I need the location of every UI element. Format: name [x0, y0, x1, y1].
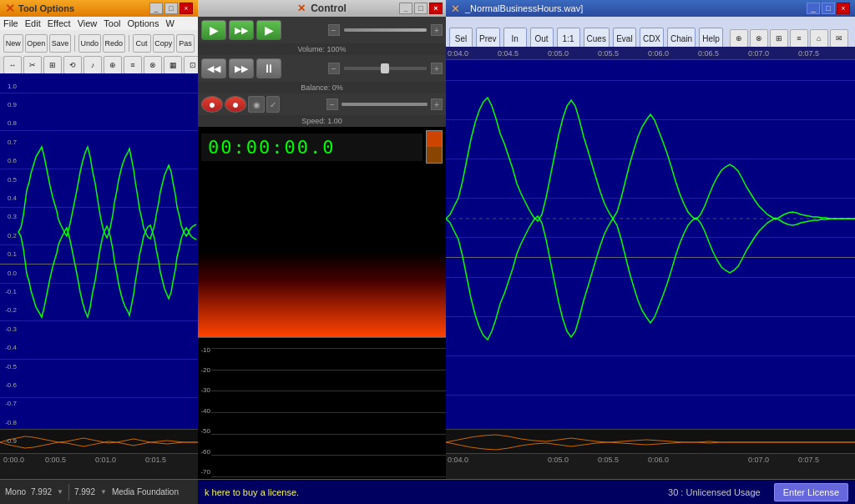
right-titlebar: ✕ _NormalBusinessHours.wav] _ □ ×	[446, 0, 855, 17]
speed-row: Speed: 1.00	[198, 115, 446, 127]
extra-tool-4[interactable]: ≡	[790, 29, 808, 48]
speed-label: Speed: 1.00	[201, 117, 443, 125]
right-waveform	[446, 60, 855, 454]
y-label-n09: -0.9	[0, 437, 18, 445]
extra-tool-5[interactable]: ⌂	[810, 29, 828, 48]
record2-button[interactable]: ●	[225, 96, 246, 113]
menu-options[interactable]: Options	[127, 18, 159, 28]
minus-bal-icon[interactable]: −	[328, 63, 340, 74]
new-button[interactable]: New	[3, 34, 23, 53]
menu-effect[interactable]: Effect	[48, 18, 71, 28]
close-control[interactable]: ×	[429, 3, 443, 14]
maximize-left[interactable]: □	[164, 3, 178, 14]
minimize-control[interactable]: _	[399, 3, 412, 14]
dropdown-arrow-1[interactable]: ▼	[57, 488, 63, 496]
menu-tool[interactable]: Tool	[104, 18, 120, 28]
right-title: _NormalBusinessHours.wav]	[465, 3, 583, 13]
y-label-07: 0.7	[0, 139, 18, 146]
right-tick-45: 0:04.5	[498, 49, 519, 58]
right-tick-7: 0:07.0	[748, 49, 769, 58]
menu-w[interactable]: W	[165, 18, 174, 28]
left-status-bar: Mono 7.992 ▼ 7.992 ▼ Media Foundation	[0, 479, 198, 504]
balance-row: Balance: 0%	[198, 82, 446, 93]
close-left[interactable]: ×	[180, 3, 193, 14]
y-label-01: 0.1	[0, 250, 18, 258]
extra-tool-1[interactable]: ⊕	[730, 29, 748, 48]
plus-icon[interactable]: +	[431, 24, 443, 36]
menu-edit[interactable]: Edit	[25, 18, 41, 28]
maximize-control[interactable]: □	[414, 3, 428, 14]
tool-2-3[interactable]: ⊞	[43, 56, 62, 74]
visualizer	[198, 167, 446, 337]
minimize-right[interactable]: _	[807, 3, 820, 14]
cut-button[interactable]: Cut	[133, 34, 151, 53]
minus-spd-icon[interactable]: −	[326, 98, 338, 110]
tool-2-4[interactable]: ⟲	[63, 56, 82, 74]
usage-status: 30 : Unlicensed Usage	[668, 487, 761, 497]
y-label-09: 0.9	[0, 101, 18, 108]
extra-tool-2[interactable]: ⊗	[750, 29, 768, 48]
paste-button[interactable]: Pas	[176, 34, 195, 53]
open-button[interactable]: Open	[25, 34, 48, 53]
record-extra[interactable]: ◉	[248, 96, 265, 113]
y-label-00: 0.0	[0, 270, 18, 277]
left-overview-svg	[0, 430, 198, 455]
left-overview	[0, 429, 198, 454]
tool-2-5[interactable]: ♪	[83, 56, 102, 74]
pause-button[interactable]: ⏸	[256, 58, 281, 78]
tool-2-6[interactable]: ⊕	[104, 56, 122, 74]
tool-2-2[interactable]: ✂	[23, 56, 42, 74]
y-label-n02: -0.2	[0, 306, 18, 314]
plus-bal-icon[interactable]: +	[431, 63, 443, 74]
maximize-right[interactable]: □	[822, 3, 835, 14]
play-button[interactable]: ▶	[201, 20, 226, 40]
tool-2-8[interactable]: ⊗	[144, 56, 162, 74]
close-right[interactable]: ×	[837, 3, 850, 14]
y-label-n08: -0.8	[0, 419, 18, 426]
record-button[interactable]: ●	[201, 96, 223, 113]
minimize-left[interactable]: _	[149, 3, 163, 14]
separator-1	[68, 484, 69, 501]
menu-file[interactable]: File	[3, 18, 18, 28]
spec-label-40: -40	[198, 407, 211, 415]
y-label-n03: -0.3	[0, 325, 18, 333]
time-display: 00:00:00.0	[201, 134, 422, 161]
record-check[interactable]: ✓	[266, 96, 280, 113]
right-tick-5: 0:05.0	[548, 49, 569, 58]
status-mono: Mono	[5, 487, 26, 496]
tool-2-7[interactable]: ≡	[124, 56, 142, 74]
tool-2-9[interactable]: ▦	[164, 56, 182, 74]
save-button[interactable]: Save	[49, 34, 71, 53]
right-overview-ruler: 0:04.0 0:05.0 0:05.5 0:06.0 0:07.0 0:07.…	[446, 454, 855, 479]
menu-view[interactable]: View	[78, 18, 98, 28]
balance-label: Balance: 0%	[201, 83, 443, 92]
undo-button[interactable]: Undo	[78, 34, 101, 53]
transport-row-1: ▶ ▶▶ ▶ − +	[198, 17, 446, 43]
extra-tool-3[interactable]: ⊞	[770, 29, 788, 48]
dropdown-arrow-2[interactable]: ▼	[100, 488, 107, 496]
left-win-controls: _ □ ×	[149, 3, 193, 14]
fast-forward-button[interactable]: ▶▶	[229, 58, 254, 78]
left-titlebar: ✕ Tool Options _ □ ×	[0, 0, 198, 17]
spec-label-10: -10	[198, 346, 211, 354]
y-label-05: 0.5	[0, 176, 18, 184]
tool-2-1[interactable]: ↔	[3, 56, 22, 74]
y-label-03: 0.3	[0, 213, 18, 220]
rewind-button[interactable]: ◀◀	[201, 58, 226, 78]
y-label-n01: -0.1	[0, 288, 18, 295]
loop-play-button[interactable]: ▶▶	[229, 20, 254, 40]
left-app-icon: ✕	[5, 2, 15, 15]
plus-spd-icon[interactable]: +	[431, 98, 443, 110]
y-label-02: 0.2	[0, 232, 18, 239]
play-sel-button[interactable]: ▶	[256, 20, 281, 40]
enter-license-button[interactable]: Enter License	[774, 483, 848, 501]
right-tick-65: 0:06.5	[698, 49, 719, 58]
volume-label: Volume: 100%	[201, 45, 443, 53]
spec-label-70: -70	[198, 468, 211, 476]
control-titlebar: ✕ Control _ □ ×	[198, 0, 446, 17]
copy-button[interactable]: Copy	[153, 34, 175, 53]
license-msg[interactable]: k here to buy a license.	[205, 487, 299, 497]
minus-icon[interactable]: −	[328, 24, 340, 36]
extra-tool-6[interactable]: ✉	[830, 29, 848, 48]
redo-button[interactable]: Redo	[103, 34, 125, 53]
